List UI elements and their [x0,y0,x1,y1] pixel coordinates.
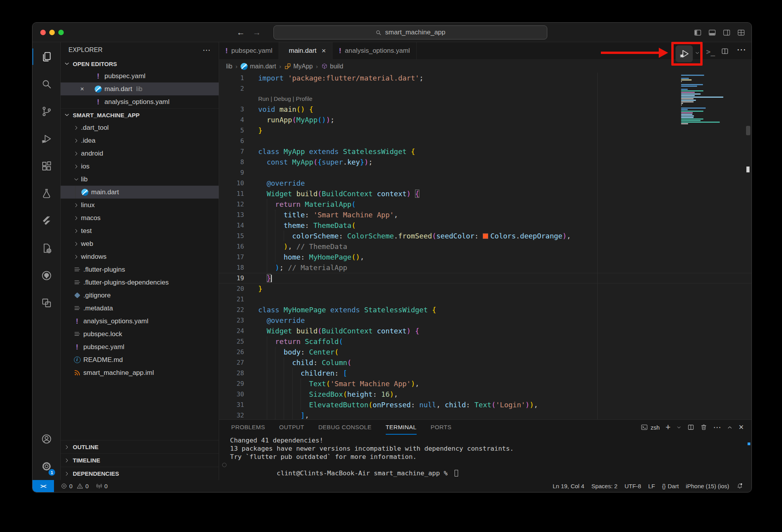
activity-explorer[interactable] [32,43,60,70]
open-editor-main.dart[interactable]: ×main.dartlib [61,82,219,95]
tree-item-ios[interactable]: ios [61,160,219,173]
scrollbar-thumb[interactable] [746,126,750,135]
project-root-header[interactable]: SMART_MACHINE_APP [61,108,219,121]
toggle-primary-sidebar-icon[interactable] [694,29,702,37]
minimap-line [681,101,694,102]
panel-tab-output[interactable]: OUTPUT [279,420,304,435]
editor-more-actions-icon[interactable]: ⋯ [737,44,746,55]
tree-item-.flutter-plugins[interactable]: .flutter-plugins [61,263,219,276]
code-line-9: 9 [219,167,751,178]
breadcrumb-separator: › [316,63,318,70]
breadcrumb-item-main.dart[interactable]: main.dart [241,63,276,70]
tree-item-android[interactable]: android [61,147,219,160]
panel-tab-terminal[interactable]: TERMINAL [386,420,417,435]
code-line-2: 2 [219,83,751,94]
close-panel-icon[interactable]: × [739,422,744,432]
tree-item-pubspec.lock[interactable]: pubspec.lock [61,328,219,340]
explorer-more-actions-icon[interactable]: ⋯ [203,45,211,55]
breadcrumb-item-build[interactable]: build [321,63,343,70]
tree-item-README.md[interactable]: iREADME.md [61,353,219,366]
activity-remote-explorer[interactable] [32,289,60,317]
toggle-panel-icon[interactable] [708,29,716,37]
activity-source-control[interactable] [32,98,60,125]
tree-item-pubspec.yaml[interactable]: !pubspec.yaml [61,340,219,353]
tree-item-test[interactable]: test [61,224,219,237]
close-tab-icon[interactable]: × [322,47,326,55]
kill-terminal-icon[interactable] [700,424,707,431]
problems-status[interactable]: 0 0 [57,480,92,492]
codelens-run-debug-profile[interactable]: Run | Debug | Profile [258,94,751,104]
open-editors-header[interactable]: OPEN EDITORS [61,58,219,70]
panel-tab-ports[interactable]: PORTS [431,420,451,435]
command-center-search[interactable]: smart_machine_app [273,25,547,39]
tree-item-.dart_tool[interactable]: .dart_tool [61,121,219,134]
breadcrumb-item-lib[interactable]: lib [226,63,232,70]
line-number: 12 [219,199,244,210]
tree-item-.metadata[interactable]: .metadata [61,302,219,315]
terminal-dropdown-chevron-icon[interactable] [676,425,681,430]
tree-item-.flutter-plugins-dependencies[interactable]: .flutter-plugins-dependencies [61,276,219,289]
tree-item-lib[interactable]: lib [61,173,219,186]
line-number: 5 [219,125,244,136]
activity-account[interactable] [32,425,60,453]
tree-item-label: windows [81,253,106,261]
panel-more-actions-icon[interactable]: ⋯ [713,423,721,432]
toggle-secondary-sidebar-icon[interactable] [723,29,731,37]
zoom-window-button[interactable] [58,30,64,35]
split-terminal-icon[interactable] [687,424,694,431]
tab-analysis_options.yaml[interactable]: !analysis_options.yaml [333,42,417,59]
tab-main.dart[interactable]: main.dart× [279,42,333,60]
activity-search[interactable] [32,70,60,98]
breadcrumb-item-MyApp[interactable]: MyApp [284,63,313,70]
code-line-content: } [258,283,262,294]
open-editor-analysis_options.yaml[interactable]: !analysis_options.yaml [61,95,219,108]
tree-item-web[interactable]: web [61,237,219,250]
tree-item-smart_machine_app.iml[interactable]: smart_machine_app.iml [61,366,219,379]
minimap-line [681,84,703,85]
tree-item-windows[interactable]: windows [61,250,219,263]
close-editor-icon[interactable]: × [80,85,84,93]
code-line-content: Widget build(BuildContext context) { [258,326,419,336]
terminal-shell-chip[interactable]: zsh [641,424,660,431]
section-outline[interactable]: OUTLINE [61,440,219,453]
customize-layout-icon[interactable] [737,29,745,37]
launch-profile-icon[interactable]: >_ [706,47,715,56]
tree-item-.gitignore[interactable]: .gitignore [61,289,219,302]
activity-project[interactable] [32,235,60,262]
code-line-content: class MyHomePage extends StatelessWidget… [258,305,436,315]
new-terminal-icon[interactable]: + [665,422,671,432]
minimize-window-button[interactable] [49,30,55,35]
section-timeline[interactable]: TIMELINE [61,453,219,467]
minimap-line [681,120,701,121]
minimap[interactable] [681,75,727,125]
tree-item-main.dart[interactable]: main.dart [61,186,219,199]
tree-item-linux[interactable]: linux [61,199,219,211]
panel-tab-debug-console[interactable]: DEBUG CONSOLE [318,420,372,435]
activity-github[interactable] [32,262,60,289]
panel-tab-problems[interactable]: PROBLEMS [231,420,265,435]
activity-settings[interactable]: 1 [32,453,60,480]
forward-arrow-icon[interactable]: → [253,28,261,37]
run-debug-icon [41,133,52,145]
activity-run-debug[interactable] [32,125,60,152]
tree-item-.idea[interactable]: .idea [61,134,219,147]
code-line-5: 5} [219,125,751,136]
maximize-panel-icon[interactable] [727,425,733,430]
open-editor-pubspec.yaml[interactable]: !pubspec.yaml [61,70,219,82]
back-arrow-icon[interactable]: ← [237,28,245,37]
ports-status[interactable]: 0 [92,480,111,492]
color-swatch [483,233,488,239]
tab-pubspec.yaml[interactable]: !pubspec.yaml [219,42,279,59]
activity-flutter[interactable] [32,207,60,235]
split-editor-icon[interactable] [721,47,729,57]
activity-testing[interactable] [32,180,60,207]
section-label: DEPENDENCIES [73,470,119,477]
tree-item-macos[interactable]: macos [61,211,219,224]
activity-extensions[interactable] [32,152,60,180]
terminal[interactable]: Changed 41 dependencies!13 packages have… [219,435,751,485]
tree-item-analysis_options.yaml[interactable]: !analysis_options.yaml [61,315,219,328]
section-dependencies[interactable]: DEPENDENCIES [61,467,219,480]
code-editor[interactable]: 1import 'package:flutter/material.dart';… [219,73,751,419]
remote-indicator[interactable]: >< [32,480,54,492]
close-window-button[interactable] [40,30,46,35]
